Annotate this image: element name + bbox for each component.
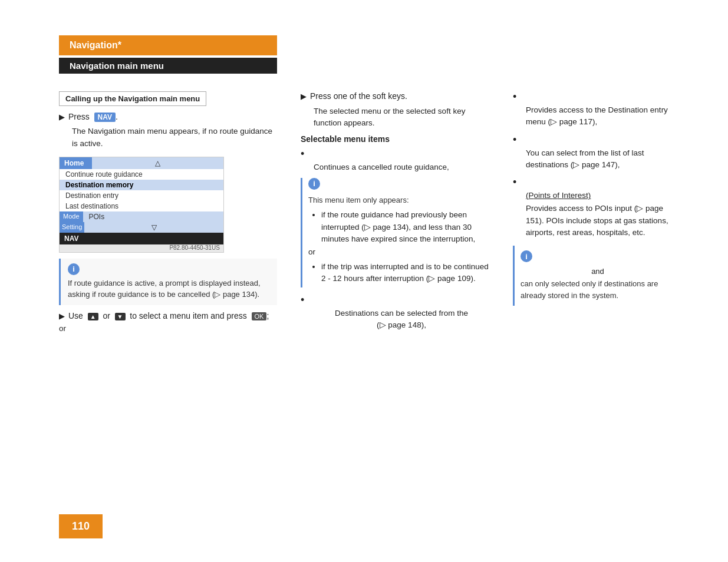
middle-column: ▶ Press one of the soft keys. The select… <box>301 91 489 336</box>
right-bullet1: • <box>513 91 681 102</box>
middle-bullet2: • <box>301 295 489 305</box>
menu-pois: POIs <box>83 211 111 222</box>
section-subtitle: Navigation main menu <box>59 58 277 74</box>
right-column: • Provides access to the Destination ent… <box>513 91 681 306</box>
step1-bullet: ▶ Press NAV. <box>59 112 277 122</box>
middle-indent1: The selected menu or the selected soft k… <box>314 105 489 130</box>
main-columns: Calling up the Navigation main menu ▶ Pr… <box>59 91 681 338</box>
calling-up-label: Calling up the Navigation main menu <box>65 94 200 103</box>
right-info-text: can only selected only if destinations a… <box>521 278 675 301</box>
menu-item-destination-entry: Destination entry <box>60 190 223 201</box>
middle-sub-bullets-2: if the trip was interrupted and is to be… <box>308 261 489 285</box>
middle-bullet2-text: Destinations can be selected from the (▷… <box>314 308 489 332</box>
menu-setting-row: Setting ▽ <box>60 222 223 233</box>
middle-info-text: This menu item only appears: <box>308 194 489 206</box>
middle-step1: ▶ Press one of the soft keys. <box>301 91 489 101</box>
arrow-icon-3: ▶ <box>301 92 307 101</box>
middle-info-icon: i <box>308 178 320 190</box>
left-column: Calling up the Navigation main menu ▶ Pr… <box>59 91 277 338</box>
step2-text: Use ▲ or ▼ to select a menu item and pre… <box>68 311 269 320</box>
left-info-box: i If route guidance is active, a prompt … <box>59 259 277 305</box>
middle-bullet1: • <box>301 148 489 159</box>
menu-mode-label: Mode <box>60 211 83 222</box>
menu-nav-label: NAV <box>60 233 223 244</box>
calling-up-box: Calling up the Navigation main menu <box>59 91 206 106</box>
left-or-text: or <box>59 324 277 333</box>
sub-bullet-1: if the route guidance had previously bee… <box>321 209 489 245</box>
menu-triangle-down: ▽ <box>151 223 157 232</box>
sub-bullet-2: if the trip was interrupted and is to be… <box>321 261 489 285</box>
poi-label: (Points of Interest) <box>526 190 681 201</box>
fig-number: P82.80-4450-31US <box>60 244 223 252</box>
right-bullet2: • <box>513 134 681 145</box>
step2-bullet: ▶ Use ▲ or ▼ to select a menu item and p… <box>59 311 277 320</box>
middle-step1-text: Press one of the soft keys. <box>310 91 407 101</box>
menu-home-row: Home △ <box>60 157 223 169</box>
info-icon: i <box>68 263 80 275</box>
menu-item-last-destinations: Last destinations <box>60 201 223 211</box>
right-indent2: You can select from the list of last des… <box>526 147 681 171</box>
middle-info-box: i This menu item only appears: if the ro… <box>301 178 489 287</box>
left-info-text: If route guidance is active, a prompt is… <box>68 277 270 300</box>
page-container: Navigation* Navigation main menu Calling… <box>0 0 728 373</box>
middle-sub-bullets: if the route guidance had previously bee… <box>308 209 489 245</box>
right-poi: (Points of Interest) Provides access to … <box>526 190 681 239</box>
page-number-box: 110 <box>59 514 103 538</box>
section-title-bar: Navigation* <box>59 35 277 55</box>
middle-bullet1-indent: Continues a cancelled route guidance, <box>314 161 489 173</box>
page-number: 110 <box>72 520 90 532</box>
poi-text: Provides access to POIs input (▷ page 15… <box>526 203 681 239</box>
step1-text: Press NAV. <box>68 112 118 122</box>
menu-item-destination-memory: Destination memory <box>60 180 223 190</box>
arrow-icon: ▶ <box>59 113 65 121</box>
arrow-icon-2: ▶ <box>59 312 65 320</box>
menu-home-label: Home <box>60 157 92 169</box>
step1-indent: The Navigation main menu appears, if no … <box>72 125 277 150</box>
nav-menu-screenshot: Home △ Continue route guidance Destinati… <box>59 157 224 253</box>
nav-button: NAV <box>94 113 116 122</box>
section-subtitle-text: Navigation main menu <box>70 61 164 71</box>
ok-button: OK <box>252 312 267 320</box>
middle-or: or <box>308 247 489 256</box>
down-button: ▼ <box>115 313 126 320</box>
menu-item-continue: Continue route guidance <box>60 169 223 180</box>
section-title: Navigation* <box>70 40 121 50</box>
right-bullet3: • <box>513 177 681 187</box>
right-and-text: and <box>521 267 675 276</box>
up-button: ▲ <box>88 313 98 320</box>
right-indent1: Provides access to the Destination entry… <box>526 104 681 128</box>
right-info-box: i and can only selected only if destinat… <box>513 246 681 306</box>
menu-setting-label: Setting <box>60 222 84 233</box>
right-info-icon: i <box>521 250 532 262</box>
menu-mode-row: Mode POIs <box>60 211 223 222</box>
selectable-header: Selectable menu items <box>301 134 489 144</box>
menu-triangle-up: △ <box>92 158 223 168</box>
